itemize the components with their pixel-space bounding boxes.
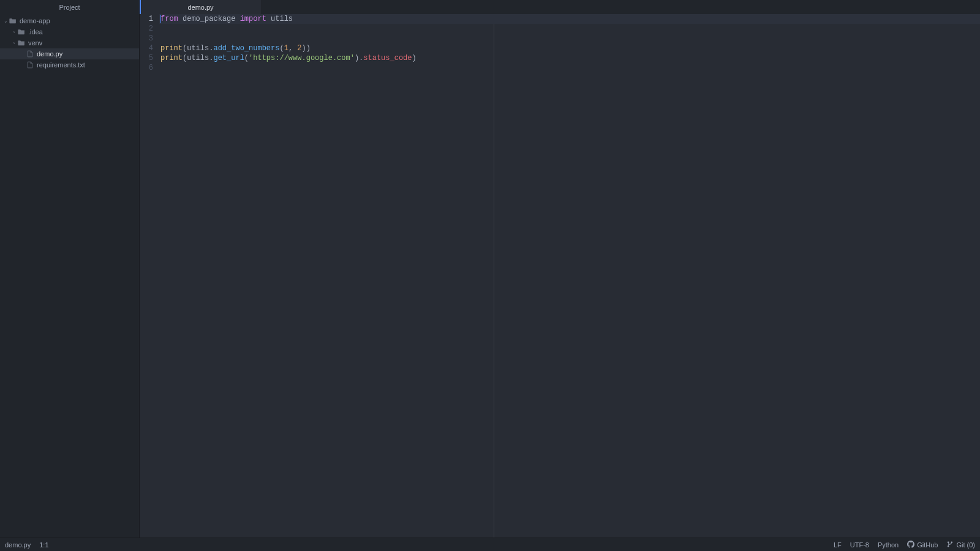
- token: ): [412, 54, 417, 62]
- tab-label: demo.py: [187, 4, 213, 11]
- token: import: [240, 15, 266, 23]
- token: from: [160, 15, 178, 23]
- token: 'https://www.google.com': [249, 54, 355, 62]
- token: utils: [271, 15, 293, 23]
- token: add_two_numbers: [213, 44, 279, 53]
- code-line[interactable]: from demo_package import utils: [159, 14, 980, 24]
- editor-body[interactable]: 123456 from demo_package import utilspri…: [140, 14, 980, 538]
- wrap-guide: [494, 14, 494, 538]
- folder-icon: [17, 39, 26, 47]
- token: print: [160, 44, 183, 53]
- sidebar-title: Project: [0, 0, 139, 14]
- code-line[interactable]: [159, 24, 980, 34]
- chevron-icon: ›: [11, 40, 17, 46]
- token: [235, 15, 239, 23]
- token: utils: [187, 54, 209, 62]
- code-line[interactable]: print(utils.get_url('https://www.google.…: [159, 53, 980, 63]
- status-file[interactable]: demo.py: [5, 541, 31, 549]
- tree-folder-.idea[interactable]: ›.idea: [0, 26, 139, 37]
- folder-icon: [9, 17, 17, 25]
- file-icon: [26, 61, 34, 69]
- code-line[interactable]: [159, 63, 980, 73]
- status-language[interactable]: Python: [878, 541, 899, 549]
- line-number: 3: [140, 34, 153, 43]
- github-icon: [907, 541, 914, 549]
- line-number: 1: [140, 14, 153, 24]
- folder-icon: [17, 28, 26, 36]
- tree-folder-demo-app[interactable]: ⌄demo-app: [0, 15, 139, 26]
- status-bar: demo.py 1:1 LF UTF-8 Python GitHub Git (…: [0, 538, 980, 551]
- code-line[interactable]: print(utils.add_two_numbers(1, 2)): [159, 43, 980, 53]
- tab-demo.py[interactable]: demo.py: [140, 0, 262, 14]
- tab-bar: demo.py: [140, 0, 980, 14]
- status-git[interactable]: Git (0): [946, 541, 975, 549]
- text-cursor: [160, 15, 161, 23]
- token: get_url: [213, 54, 244, 62]
- tree-item-label: venv: [28, 39, 42, 47]
- tree-file-demo.py[interactable]: demo.py: [0, 48, 139, 59]
- status-eol[interactable]: LF: [834, 541, 842, 549]
- token: )): [301, 44, 310, 53]
- tree-file-requirements.txt[interactable]: requirements.txt: [0, 59, 139, 70]
- status-github[interactable]: GitHub: [907, 541, 938, 549]
- chevron-icon: ›: [11, 29, 17, 35]
- token: status_code: [363, 54, 412, 62]
- token: (: [244, 54, 249, 62]
- file-tree: ⌄demo-app›.idea›venvdemo.pyrequirements.…: [0, 14, 139, 538]
- tree-item-label: demo.py: [37, 50, 62, 58]
- token: [178, 15, 183, 23]
- editor-area: demo.py 123456 from demo_package import …: [140, 0, 980, 538]
- tree-item-label: .idea: [28, 28, 43, 36]
- line-number: 4: [140, 43, 153, 53]
- line-gutter: 123456: [140, 14, 159, 538]
- token: print: [160, 54, 183, 62]
- git-branch-icon: [946, 541, 954, 549]
- line-number: 6: [140, 63, 153, 73]
- token: ).: [355, 54, 363, 62]
- token: demo_package: [183, 15, 235, 23]
- status-encoding[interactable]: UTF-8: [850, 541, 869, 549]
- line-number: 5: [140, 53, 153, 63]
- file-icon: [26, 50, 34, 58]
- token: ,: [288, 44, 297, 53]
- chevron-icon: ⌄: [2, 18, 9, 24]
- project-sidebar: Project ⌄demo-app›.idea›venvdemo.pyrequi…: [0, 0, 140, 538]
- tree-item-label: demo-app: [20, 17, 50, 24]
- tree-item-label: requirements.txt: [37, 61, 85, 69]
- tree-folder-venv[interactable]: ›venv: [0, 37, 139, 48]
- code-content[interactable]: from demo_package import utilsprint(util…: [159, 14, 980, 538]
- token: (: [279, 44, 284, 53]
- token: utils: [187, 44, 209, 53]
- code-line[interactable]: [159, 34, 980, 43]
- line-number: 2: [140, 24, 153, 34]
- token: 1: [284, 44, 288, 53]
- token: [266, 15, 271, 23]
- status-cursor[interactable]: 1:1: [39, 541, 48, 549]
